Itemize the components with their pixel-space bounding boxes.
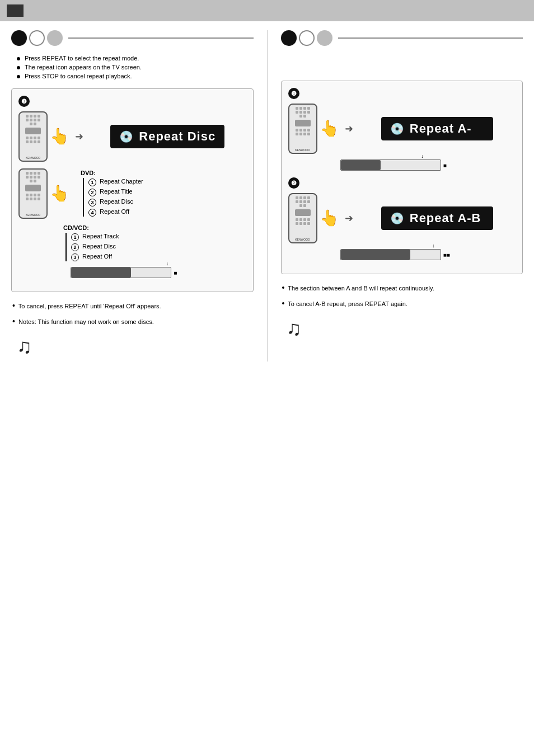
left-step1-block: ❶ KENWOOD 👆 (18, 96, 246, 162)
progress-arrow-right-a: ↓ (421, 153, 424, 159)
bullet-item-2: The repeat icon appears on the TV screen… (17, 64, 254, 71)
progress-square-right-a: ■ (443, 162, 447, 168)
progress-fill-right-a (341, 160, 381, 170)
remote-hand-left-1: KENWOOD 👆 (18, 111, 69, 162)
progress-bar-right-ab: ↓ (340, 249, 441, 260)
right-progress-a: ↓ ■ (340, 159, 463, 171)
dvd-item-1: 1 Repeat Chapter (88, 178, 143, 186)
progress-bar-left: ↓ (71, 267, 171, 278)
top-banner (0, 0, 534, 21)
left-step1-header: ❶ (18, 96, 246, 107)
bullet-dot-2 (17, 66, 20, 69)
remote-right-2: KENWOOD (288, 193, 317, 243)
progress-fill-left (71, 267, 131, 278)
circle-gray-right (317, 30, 332, 46)
cd-list-area: CD/VCD: 1 Repeat Track 2 Repeat Disc 3 R (63, 224, 246, 261)
display-icon-right-2: 💿 (390, 212, 404, 225)
step1-badge-right: ❶ (288, 88, 299, 99)
left-panel: Press REPEAT to select the repeat mode. … (11, 30, 254, 361)
progress-row-left: ↓ ■ (71, 267, 194, 278)
circle-white-left (29, 30, 45, 46)
step1-badge-left: ❶ (18, 96, 30, 107)
hand-icon-left-2: 👆 (50, 186, 69, 201)
arrow-right-2: ➜ (345, 212, 353, 224)
display-icon-right-1: 💿 (390, 122, 404, 135)
cd-item-3: 3 Repeat Off (71, 253, 246, 261)
banner-bar (7, 4, 24, 17)
arrow-left-1: ➜ (75, 130, 83, 143)
right-step1-row: KENWOOD 👆 ➜ 💿 Repeat A- (288, 104, 516, 154)
display-icon-left-1: 💿 (119, 130, 133, 143)
display-screen-left-1: 💿 Repeat Disc (110, 125, 224, 148)
music-note-right: ♫ (287, 317, 302, 340)
dvd-list: 1 Repeat Chapter 2 Repeat Title 3 Repeat… (83, 178, 143, 217)
main-content: Press REPEAT to select the repeat mode. … (0, 21, 534, 367)
bullet-item-1: Press REPEAT to select the repeat mode. (17, 55, 254, 62)
circle-gray-left (47, 30, 63, 46)
right-step1-block: ❶ KENWOOD 👆 (288, 88, 516, 171)
dvd-item-3: 3 Repeat Disc (88, 198, 143, 206)
dvd-label: DVD: (81, 170, 143, 176)
progress-bar-right-a: ↓ (340, 159, 441, 171)
cd-list: 1 Repeat Track 2 Repeat Disc 3 Repeat Of… (65, 233, 246, 261)
right-spacer (281, 50, 523, 81)
bullet-item-3: Press STOP to cancel repeat playback. (17, 73, 254, 79)
right-panel: ❶ KENWOOD 👆 (281, 30, 523, 361)
left-instruction-box: ❶ KENWOOD 👆 (11, 88, 254, 292)
display-text-right-2: Repeat A-B (410, 211, 481, 226)
music-note-left: ♫ (17, 335, 32, 358)
left-note1: • To cancel, press REPEAT until 'Repeat … (11, 301, 254, 310)
right-step1-header: ❶ (288, 88, 516, 99)
progress-row-right-ab: ↓ ■■ (340, 249, 463, 260)
hand-icon-left-1: 👆 (50, 129, 69, 144)
display-screen-right-2: 💿 Repeat A-B (381, 206, 493, 230)
circle-black-right (281, 30, 297, 46)
bullet-dot-3 (17, 75, 20, 78)
remote-hand-right-1: KENWOOD 👆 (288, 104, 339, 154)
remote-right-1: KENWOOD (288, 104, 317, 154)
left-progress-area: ↓ ■ (71, 267, 194, 278)
progress-arrow-left: ↓ (166, 261, 169, 266)
arrow-right-1: ➜ (345, 123, 353, 135)
right-progress-ab: ↓ ■■ (340, 249, 463, 260)
progress-row-right-a: ↓ ■ (340, 159, 463, 171)
bullet-dot-1 (17, 57, 20, 60)
cd-item-2: 2 Repeat Disc (71, 243, 246, 251)
left-bullets: Press REPEAT to select the repeat mode. … (11, 55, 254, 82)
right-note1: • The section between A and B will repea… (281, 283, 523, 292)
circle-white-right (299, 30, 315, 46)
hand-icon-right-2: 👆 (320, 210, 339, 226)
left-music-notes: ♫ (11, 329, 254, 361)
remote-hand-left-2: KENWOOD 👆 (18, 168, 69, 219)
remote-left-2: KENWOOD (18, 168, 48, 219)
step2-badge-right: ❷ (288, 177, 299, 189)
panel-divider (267, 30, 268, 361)
cd-label: CD/VCD: (63, 224, 246, 231)
section-line-left (68, 37, 254, 39)
right-step2-header: ❷ (288, 177, 516, 189)
left-section-header (11, 30, 254, 46)
right-instruction-box: ❶ KENWOOD 👆 (281, 81, 523, 274)
progress-squares-right-ab: ■■ (443, 252, 450, 258)
dvd-list-area: DVD: 1 Repeat Chapter 2 Repeat Title (81, 170, 143, 218)
cd-item-1: 1 Repeat Track (71, 233, 246, 241)
display-text-left-1: Repeat Disc (139, 129, 216, 144)
left-step1-row: KENWOOD 👆 ➜ 💿 Repeat Disc (18, 111, 246, 162)
hand-icon-right-1: 👆 (320, 121, 339, 137)
display-screen-right-1: 💿 Repeat A- (381, 117, 493, 140)
right-step2-block: ❷ KENWOOD 👆 (288, 177, 516, 260)
right-step2-row: KENWOOD 👆 ➜ 💿 Repeat A-B (288, 193, 516, 243)
right-section-header (281, 30, 523, 46)
dvd-item-4: 4 Repeat Off (88, 208, 143, 217)
left-step2-row: KENWOOD 👆 DVD: 1 Repeat Chapter (18, 168, 246, 219)
right-music-notes: ♫ (281, 311, 523, 344)
left-note2: • Notes: This function may not work on s… (11, 317, 254, 326)
remote-hand-right-2: KENWOOD 👆 (288, 193, 339, 243)
progress-arrow-right-ab: ↓ (432, 243, 435, 248)
section-line-right (338, 37, 523, 39)
progress-squares-left: ■ (174, 270, 177, 276)
left-step2-block: KENWOOD 👆 DVD: 1 Repeat Chapter (18, 168, 246, 278)
circle-black-left (11, 30, 27, 46)
dvd-item-2: 2 Repeat Title (88, 188, 143, 196)
remote-left-1: KENWOOD (18, 111, 48, 162)
